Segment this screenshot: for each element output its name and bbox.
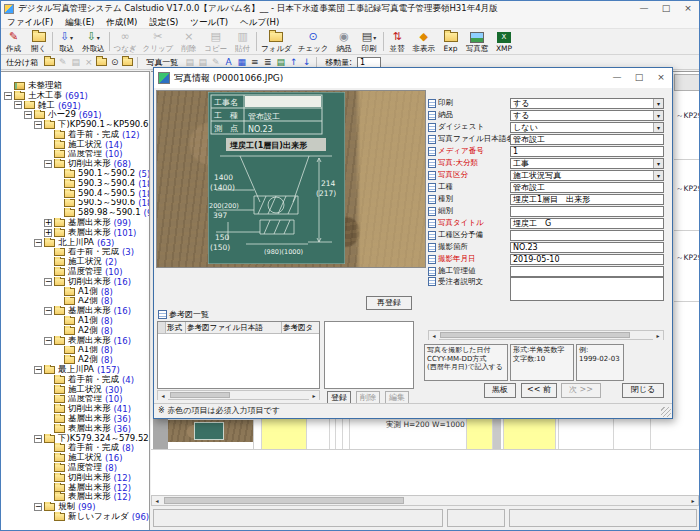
menu-item[interactable]: ファイル(F) bbox=[1, 16, 59, 28]
field-input[interactable] bbox=[510, 206, 664, 217]
list-cell-yellow[interactable] bbox=[466, 419, 493, 449]
field-input[interactable]: NO.23 bbox=[510, 242, 664, 253]
blackboard-button[interactable]: 黒板 bbox=[484, 383, 516, 398]
tree-item[interactable]: −表層出来形(16) bbox=[1, 336, 149, 346]
field-input[interactable] bbox=[510, 230, 664, 241]
new-sort-box-icon[interactable] bbox=[43, 56, 56, 68]
photo-thumbnail[interactable] bbox=[168, 420, 254, 449]
maximize-button[interactable]: □ bbox=[655, 2, 677, 16]
tree-item[interactable]: −北上川PA(63) bbox=[1, 238, 149, 248]
dialog-close-button[interactable]: × bbox=[650, 71, 672, 85]
tree-item[interactable]: 切削出来形(41) bbox=[1, 404, 149, 414]
field-input[interactable]: 2019-05-10 bbox=[510, 254, 664, 265]
dropdown-arrow-icon[interactable]: ▾ bbox=[653, 123, 663, 132]
field-input[interactable]: 1 bbox=[510, 146, 664, 157]
close-dialog-button[interactable]: 閉じる bbox=[622, 383, 664, 398]
tree-item[interactable]: −切削出来形(68) bbox=[1, 159, 149, 169]
xmp-button[interactable]: XXMP bbox=[492, 29, 517, 54]
field-select[interactable]: 工事▾ bbox=[510, 158, 664, 169]
import-external-button[interactable]: ⇩▾外取込 bbox=[79, 29, 108, 54]
tree-item[interactable]: 施工状況(30) bbox=[1, 385, 149, 395]
field-input[interactable] bbox=[510, 266, 664, 277]
collapse-icon[interactable]: − bbox=[14, 101, 22, 109]
deliver-button[interactable]: ◉納品 bbox=[332, 29, 357, 54]
scrollbar-thumb[interactable] bbox=[164, 497, 404, 504]
tree-item[interactable]: 温度管理(10) bbox=[1, 267, 149, 277]
tree-item[interactable]: 表層出来形(12) bbox=[1, 492, 149, 502]
check-button[interactable]: ⊙チェック bbox=[295, 29, 332, 54]
ref-col-title[interactable]: 参考図タ bbox=[282, 322, 318, 333]
tree-item[interactable]: 表層出来形(36) bbox=[1, 424, 149, 434]
dropdown-arrow-icon[interactable]: ▾ bbox=[97, 34, 100, 41]
menu-item[interactable]: 編集(E) bbox=[59, 16, 100, 28]
tree-item[interactable]: 施工状況(2) bbox=[1, 257, 149, 267]
close-button[interactable]: × bbox=[677, 2, 699, 16]
tree-item[interactable]: +表層出来形(101) bbox=[1, 228, 149, 238]
ref-col-format[interactable]: 形式 bbox=[166, 322, 186, 333]
dropdown-arrow-icon[interactable]: ▾ bbox=[70, 34, 73, 41]
up-sort-box-icon[interactable] bbox=[95, 56, 108, 68]
next-button[interactable]: 次 >> bbox=[561, 383, 601, 398]
collapse-icon[interactable]: − bbox=[44, 337, 52, 345]
collapse-icon[interactable]: − bbox=[34, 435, 42, 443]
dialog-maximize-button[interactable]: □ bbox=[628, 71, 650, 85]
dropdown-arrow-icon[interactable]: ▾ bbox=[653, 111, 663, 120]
tree-item[interactable]: −土木工事(691) bbox=[1, 91, 149, 101]
reference-table[interactable]: 形式 参考図ファイル日本語 参考図タ bbox=[157, 321, 320, 389]
tree-item[interactable]: 新しいフォルダ(96) bbox=[1, 512, 149, 522]
tree-item[interactable]: −規制(99) bbox=[1, 502, 149, 512]
tree-item[interactable]: 589.98～590.1(9) bbox=[1, 208, 149, 218]
scroll-right-icon[interactable]: ▸ bbox=[688, 496, 698, 505]
list-horizontal-scrollbar[interactable]: ◂ ▸ bbox=[151, 495, 699, 506]
find-box-icon[interactable]: ⊙ bbox=[108, 56, 121, 68]
tree-item[interactable]: −基層出来形(16) bbox=[1, 306, 149, 316]
open-button[interactable]: 開く bbox=[26, 29, 51, 54]
print-button[interactable]: ▤▾印刷 bbox=[357, 29, 382, 54]
field-select[interactable]: しない▾ bbox=[510, 122, 664, 133]
list-cell-yellow[interactable] bbox=[261, 419, 307, 449]
dialog-minimize-button[interactable]: — bbox=[606, 71, 628, 85]
tree-item[interactable]: 着手前・完成(3) bbox=[1, 248, 149, 258]
collapse-icon[interactable]: − bbox=[44, 307, 52, 315]
ref-col-filename[interactable]: 参考図ファイル日本語 bbox=[186, 322, 282, 333]
tree-item[interactable]: 基層出来形(12) bbox=[1, 483, 149, 493]
tree-item[interactable]: 切削出来形(12) bbox=[1, 473, 149, 483]
tree-item[interactable]: A2側(8) bbox=[1, 355, 149, 365]
tree-item[interactable]: 基層出来形(36) bbox=[1, 414, 149, 424]
tree-item[interactable]: −最上川PA(157) bbox=[1, 365, 149, 375]
menu-item[interactable]: 作成(M) bbox=[100, 16, 143, 28]
tree-item[interactable]: 温度管理(10) bbox=[1, 395, 149, 405]
tree-item[interactable]: 施工状況(14) bbox=[1, 140, 149, 150]
tree-item[interactable]: 着手前・完成(8) bbox=[1, 443, 149, 453]
collapse-icon[interactable]: − bbox=[34, 121, 42, 129]
tree-item[interactable]: −雑工(691) bbox=[1, 101, 149, 111]
collapse-icon[interactable]: − bbox=[34, 503, 42, 511]
expand-icon[interactable]: + bbox=[44, 229, 52, 237]
export-button[interactable]: Exp bbox=[438, 29, 463, 54]
photo-window-button[interactable]: 写真窓 bbox=[463, 29, 492, 54]
row-selector-cell[interactable] bbox=[153, 419, 168, 449]
minimize-button[interactable]: — bbox=[633, 2, 655, 16]
dropdown-arrow-icon[interactable]: ▾ bbox=[653, 159, 663, 168]
tree-item[interactable]: 590.4～590.5(18) bbox=[1, 189, 149, 199]
tree-item[interactable]: 590.3～590.4(18) bbox=[1, 179, 149, 189]
tree-item[interactable]: 温度管理(10) bbox=[1, 150, 149, 160]
list-cell-yellow[interactable] bbox=[503, 419, 556, 449]
tree-item[interactable]: A1側(8) bbox=[1, 316, 149, 326]
tree-item[interactable]: +基層出来形(99) bbox=[1, 218, 149, 228]
photo-list-tab[interactable]: 写真一覧 bbox=[141, 57, 183, 68]
previous-button[interactable]: << 前 bbox=[521, 383, 557, 398]
collapse-icon[interactable]: − bbox=[24, 111, 32, 119]
field-input[interactable] bbox=[510, 277, 664, 301]
field-input[interactable]: 管布設工 bbox=[510, 182, 664, 193]
field-input[interactable]: 埋戻工1層目 出来形 bbox=[510, 194, 664, 205]
folder-button[interactable]: フォルダ bbox=[258, 29, 295, 54]
dropdown-arrow-icon[interactable]: ▾ bbox=[653, 171, 663, 180]
tree-item[interactable]: 未整理箱 bbox=[1, 81, 149, 91]
tree-item[interactable]: 着手前・完成(4) bbox=[1, 375, 149, 385]
form-horizontal-scrollbar[interactable]: ◂ ▸ bbox=[428, 330, 664, 340]
scrollbar-thumb[interactable] bbox=[440, 332, 630, 338]
hide-button[interactable]: ◆非表示 bbox=[410, 29, 439, 54]
resize-grip[interactable] bbox=[661, 407, 671, 417]
field-input[interactable]: 管布設工 bbox=[510, 134, 664, 145]
